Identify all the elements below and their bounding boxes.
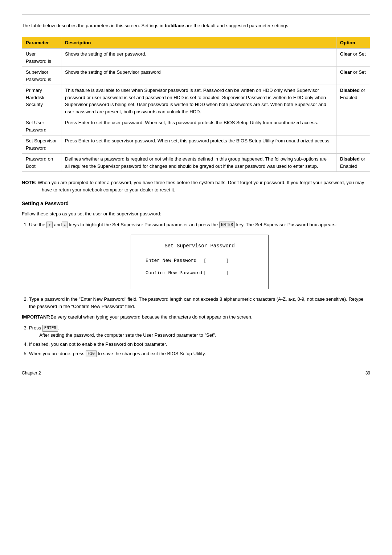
col-header-parameter: Parameter — [22, 37, 61, 49]
step-4: If desired, you can opt to enable the Pa… — [29, 341, 370, 348]
desc-supervisor-password-is: Shows the setting of the Supervisor pass… — [61, 67, 336, 85]
table-row: User Password is Shows the setting of th… — [22, 49, 370, 67]
enter-password-bracket-close: ] — [226, 257, 229, 264]
confirm-password-bracket-close: ] — [226, 270, 229, 277]
param-password-on-boot: Password on Boot — [22, 154, 61, 172]
enter-password-bracket-open: [ — [204, 257, 207, 264]
table-row: Set User Password Press Enter to set the… — [22, 117, 370, 135]
top-divider — [22, 15, 370, 15]
footer-left: Chapter 2 — [22, 370, 41, 376]
down-arrow-key: ↓ — [62, 222, 68, 228]
setting-password-heading: Setting a Password — [22, 200, 370, 207]
steps-list: Use the ↑ and↓ keys to highlight the Set… — [22, 221, 370, 310]
parameters-table: Parameter Description Option User Passwo… — [22, 37, 370, 172]
param-set-supervisor-password: Set Supervisor Password — [22, 135, 61, 154]
intro-paragraph: The table below describes the parameters… — [22, 22, 370, 29]
param-user-password-is: User Password is — [22, 49, 61, 67]
up-arrow-key: ↑ — [46, 222, 53, 228]
step-3: Press ENTER. After setting the password,… — [29, 324, 370, 339]
important-block: IMPORTANT:Be very careful when typing yo… — [22, 313, 370, 321]
password-box-title: Set Supervisor Password — [146, 242, 254, 250]
table-row: Set Supervisor Password Press Enter to s… — [22, 135, 370, 154]
step-2: Type a password in the "Enter New Passwo… — [29, 296, 370, 310]
opt-password-on-boot: Disabled or Enabled — [336, 154, 370, 172]
footer-right: 39 — [366, 370, 370, 376]
desc-password-on-boot: Defines whether a password is required o… — [61, 154, 336, 172]
desc-primary-harddisk: This feature is available to user when S… — [61, 85, 336, 117]
page-footer: Chapter 2 39 — [22, 368, 370, 376]
note-text: When you are prompted to enter a passwor… — [36, 180, 364, 193]
enter-new-password-label: Enter New Password — [146, 257, 204, 264]
table-row: Primary Harddisk Security This feature i… — [22, 85, 370, 117]
opt-supervisor-password-is: Clear or Set — [336, 67, 370, 85]
param-primary-harddisk: Primary Harddisk Security — [22, 85, 61, 117]
password-box-container: Set Supervisor Password Enter New Passwo… — [29, 235, 370, 289]
confirm-new-password-label: Confirm New Password — [146, 270, 204, 277]
enter-key-1: ENTER — [219, 222, 235, 228]
desc-user-password-is: Shows the setting of the uer password. — [61, 49, 336, 67]
password-box: Set Supervisor Password Enter New Passwo… — [131, 235, 269, 289]
step-1: Use the ↑ and↓ keys to highlight the Set… — [29, 221, 370, 289]
param-supervisor-password-is: Supervisor Password is — [22, 67, 61, 85]
follow-text: Follow these steps as you set the user o… — [22, 210, 370, 218]
enter-key-2: ENTER — [42, 325, 58, 332]
f10-key: F10 — [86, 351, 97, 357]
confirm-new-password-row: Confirm New Password [ ] — [146, 270, 254, 277]
desc-set-user-password: Press Enter to set the user password. Wh… — [61, 117, 336, 135]
enter-new-password-row: Enter New Password [ ] — [146, 257, 254, 264]
opt-primary-harddisk: Disabled or Enabled — [336, 85, 370, 117]
important-text: Be very careful when typing your passwor… — [50, 314, 252, 320]
desc-set-supervisor-password: Press Enter to set the supervisor passwo… — [61, 135, 336, 154]
table-row: Password on Boot Defines whether a passw… — [22, 154, 370, 172]
note-block: NOTE: When you are prompted to enter a p… — [22, 179, 370, 193]
intro-text-before: The table below describes the parameters… — [22, 23, 165, 28]
table-row: Supervisor Password is Shows the setting… — [22, 67, 370, 85]
col-header-description: Description — [61, 37, 336, 49]
confirm-password-bracket-open: [ — [204, 270, 207, 277]
step-5: When you are done, press F10 to save the… — [29, 350, 370, 357]
important-label: IMPORTANT: — [22, 314, 50, 320]
note-label: NOTE: — [22, 180, 36, 185]
opt-set-supervisor-password — [336, 135, 370, 154]
opt-set-user-password — [336, 117, 370, 135]
opt-user-password-is: Clear or Set — [336, 49, 370, 67]
intro-text-after: are the default and suggested parameter … — [184, 23, 290, 28]
steps-list-continued: Press ENTER. After setting the password,… — [22, 324, 370, 357]
col-header-option: Option — [336, 37, 370, 49]
intro-bold: boldface — [165, 23, 184, 28]
param-set-user-password: Set User Password — [22, 117, 61, 135]
